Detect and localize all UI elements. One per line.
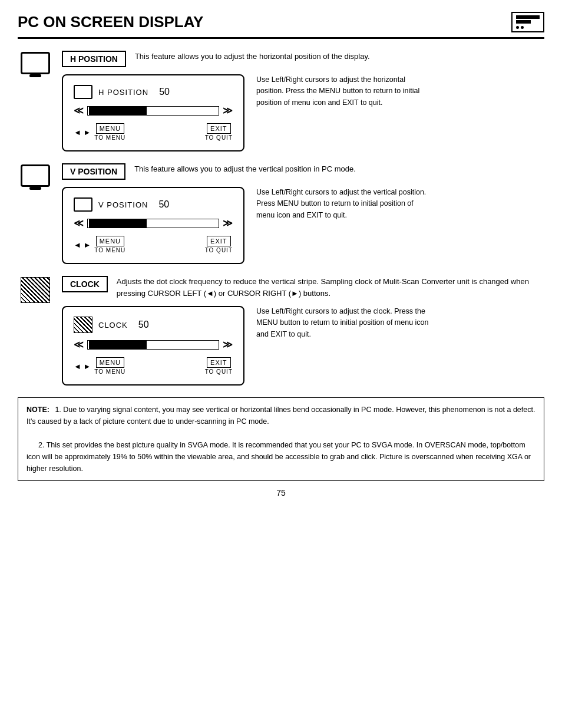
v-position-arrow-right: ≫ (223, 218, 233, 229)
h-position-osd-box: H POSITION50≪≫◄ ►MENUTO MENUEXITTO QUIT (62, 74, 244, 151)
clock-osd-label: CLOCK (98, 321, 128, 330)
clock-description: Adjusts the dot clock frequency to reduc… (117, 276, 544, 299)
h-position-to-quit-label: TO QUIT (205, 134, 233, 141)
h-position-arrow-left: ≪ (74, 105, 84, 116)
note-label: NOTE: (27, 406, 49, 414)
v-position-ctrl-right: EXITTO QUIT (205, 236, 233, 253)
page-header: PC ON SCREEN DISPLAY (18, 12, 544, 39)
h-position-arrow-right: ≫ (223, 105, 233, 116)
clock-osd-clock-icon (74, 317, 92, 333)
h-position-icon (18, 52, 53, 74)
clock-exit-button[interactable]: EXIT (207, 357, 230, 368)
v-position-exit-button[interactable]: EXIT (207, 236, 230, 246)
clock-slider-track[interactable] (87, 340, 219, 350)
v-position-menu-button[interactable]: MENU (96, 236, 124, 246)
v-position-osd-row: V POSITION50≪≫◄ ►MENUTO MENUEXITTO QUITU… (62, 187, 544, 264)
clock-feature-header: CLOCKAdjusts the dot clock frequency to … (62, 276, 544, 299)
v-position-content: V POSITIONThis feature allows you to adj… (62, 163, 544, 264)
v-position-icon (18, 164, 53, 187)
h-position-slider-row: ≪≫ (74, 105, 233, 116)
h-position-label: H POSITION (62, 51, 126, 67)
clock-ctrl-left: MENUTO MENU (94, 357, 125, 375)
h-position-osd-desc: Use Left/Right cursors to adjust the hor… (256, 74, 433, 108)
section-v-position: V POSITIONThis feature allows you to adj… (18, 163, 544, 264)
clock-ctrl-right: EXITTO QUIT (205, 357, 233, 375)
clock-osd-desc: Use Left/Right cursors to adjust the clo… (256, 306, 433, 340)
h-position-ctrl-left: MENUTO MENU (94, 123, 125, 141)
clock-slider-row: ≪≫ (74, 339, 233, 350)
v-position-osd-monitor-icon (74, 197, 92, 212)
v-position-feature-header: V POSITIONThis feature allows you to adj… (62, 163, 544, 180)
clock-to-menu-label: TO MENU (94, 368, 125, 375)
v-position-description: This feature allows you to adjust the ve… (134, 163, 356, 175)
clock-osd-box: CLOCK50≪≫◄ ►MENUTO MENUEXITTO QUIT (62, 306, 244, 386)
clock-slider-fill (89, 341, 147, 349)
v-position-ctrl-row: ◄ ►MENUTO MENUEXITTO QUIT (74, 236, 233, 253)
clock-osd-item-row: CLOCK50 (74, 317, 233, 333)
v-position-osd-label: V POSITION (98, 200, 148, 209)
h-position-description: This feature allows you to adjust the ho… (135, 51, 370, 62)
h-position-osd-item-row: H POSITION50 (74, 85, 233, 99)
h-position-ctrl-arrows[interactable]: ◄ ► (74, 128, 91, 137)
clock-label: CLOCK (62, 276, 108, 292)
h-position-slider-fill (89, 107, 147, 115)
clock-osd-value: 50 (138, 319, 149, 330)
section-clock: CLOCKAdjusts the dot clock frequency to … (18, 276, 544, 386)
v-position-to-quit-label: TO QUIT (205, 247, 233, 253)
clock-arrow-right: ≫ (223, 339, 233, 350)
v-position-osd-item-row: V POSITION50 (74, 197, 233, 212)
v-position-arrow-left: ≪ (74, 218, 84, 229)
h-position-osd-monitor-icon (74, 85, 92, 99)
h-position-osd-value: 50 (159, 87, 170, 97)
v-position-osd-desc: Use Left/Right cursors to adjust the ver… (256, 187, 433, 221)
v-position-slider-row: ≪≫ (74, 218, 233, 229)
page-number: 75 (18, 488, 544, 498)
h-position-menu-button[interactable]: MENU (96, 123, 124, 134)
v-position-ctrl-arrows[interactable]: ◄ ► (74, 241, 91, 249)
h-position-feature-header: H POSITIONThis feature allows you to adj… (62, 51, 544, 67)
clock-ctrl-row: ◄ ►MENUTO MENUEXITTO QUIT (74, 357, 233, 375)
h-position-to-menu-label: TO MENU (94, 134, 125, 141)
note-item-1: 1. Due to varying signal content, you ma… (27, 406, 535, 426)
note-item-2: 2. This set provides the best picture qu… (27, 441, 531, 473)
sections-container: H POSITIONThis feature allows you to adj… (18, 51, 544, 386)
page-title: PC ON SCREEN DISPLAY (18, 13, 203, 31)
h-position-ctrl-row: ◄ ►MENUTO MENUEXITTO QUIT (74, 123, 233, 141)
v-position-to-menu-label: TO MENU (94, 247, 125, 253)
h-position-content: H POSITIONThis feature allows you to adj… (62, 51, 544, 151)
clock-to-quit-label: TO QUIT (205, 368, 233, 375)
h-position-osd-label: H POSITION (98, 88, 148, 97)
clock-arrow-left: ≪ (74, 339, 84, 350)
clock-menu-button[interactable]: MENU (96, 357, 124, 368)
h-position-exit-button[interactable]: EXIT (207, 123, 230, 134)
clock-ctrl-arrows[interactable]: ◄ ► (74, 362, 91, 371)
v-position-osd-box: V POSITION50≪≫◄ ►MENUTO MENUEXITTO QUIT (62, 187, 244, 264)
clock-content: CLOCKAdjusts the dot clock frequency to … (62, 276, 544, 386)
h-position-ctrl-right: EXITTO QUIT (205, 123, 233, 141)
section-h-position: H POSITIONThis feature allows you to adj… (18, 51, 544, 151)
header-osd-icon (511, 12, 544, 32)
clock-osd-row: CLOCK50≪≫◄ ►MENUTO MENUEXITTO QUITUse Le… (62, 306, 544, 386)
v-position-ctrl-left: MENUTO MENU (94, 236, 125, 253)
note-section: NOTE: 1. Due to varying signal content, … (18, 397, 544, 481)
h-position-osd-row: H POSITION50≪≫◄ ►MENUTO MENUEXITTO QUITU… (62, 74, 544, 151)
clock-icon (18, 277, 53, 303)
v-position-label: V POSITION (62, 163, 125, 180)
v-position-slider-fill (89, 219, 147, 228)
v-position-osd-value: 50 (158, 199, 169, 210)
v-position-slider-track[interactable] (87, 219, 219, 228)
h-position-slider-track[interactable] (87, 106, 219, 116)
